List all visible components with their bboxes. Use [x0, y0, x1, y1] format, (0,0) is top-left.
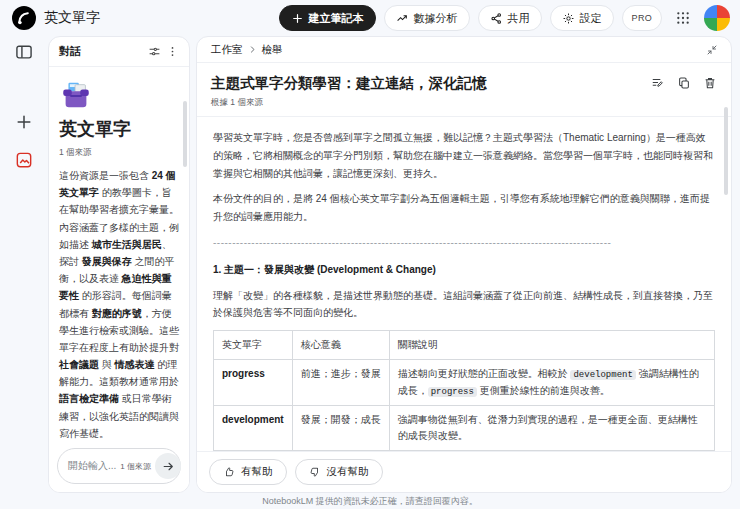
studio-panel: 工作室 檢舉 主題式單字分類學習：建立連結，深化記憶: [196, 36, 732, 493]
breadcrumb-studio[interactable]: 工作室: [211, 43, 243, 57]
paragraph: 學習英文單字時，您是否曾感到單字之間孤立無援，難以記憶？主題式學習法（Thema…: [213, 129, 715, 182]
col-header-word: 英文單字: [214, 331, 293, 360]
cell-note: 強調事物從無到有、從潛力到實現的過程，是一種更全面、更結構性的成長與改變。: [389, 405, 714, 450]
edit-note-icon[interactable]: [651, 76, 665, 90]
notebook-summary: 這份資源是一張包含 24 個英文單字 的教學圖卡，旨在幫助學習者擴充字彙量。內容…: [59, 167, 179, 442]
gear-icon: [562, 12, 575, 25]
chat-input-placeholder: 開始輸入...: [68, 459, 116, 473]
cell-meaning: 前進；進步；發展: [292, 360, 389, 406]
share-button[interactable]: 共用: [478, 5, 542, 31]
helpful-button[interactable]: 有幫助: [209, 459, 287, 485]
chat-menu-icon[interactable]: [163, 43, 181, 61]
chat-scroll-area[interactable]: 英文單字 1 個來源 這份資源是一張包含 24 個英文單字 的教學圖卡，旨在幫助…: [49, 67, 189, 442]
table-row: development 發展；開發；成長 強調事物從無到有、從潛力到實現的過程，…: [214, 405, 715, 450]
breadcrumb: 工作室 檢舉: [211, 43, 703, 57]
settings-button[interactable]: 設定: [550, 5, 614, 31]
cell-word: development: [214, 405, 293, 450]
cell-meaning: 發展；開發；成長: [292, 405, 389, 450]
top-bar: 英文單字 建立筆記本 數據分析 共用 設定 PRO: [0, 0, 740, 36]
create-notebook-button[interactable]: 建立筆記本: [279, 5, 376, 31]
vocab-table: 英文單字 核心意義 關聯說明 progress 前進；進步；發展 描述朝向更好狀…: [213, 330, 715, 451]
thumb-up-icon: [223, 466, 235, 478]
notebook-emoji-icon: [59, 79, 93, 113]
share-icon: [490, 12, 503, 25]
cell-word: progress: [214, 360, 293, 406]
chat-header-title: 對話: [59, 44, 145, 59]
plus-icon: [291, 12, 304, 25]
table-header-row: 英文單字 核心意義 關聯說明: [214, 331, 715, 360]
thumb-down-icon: [309, 466, 321, 478]
share-label: 共用: [508, 11, 530, 26]
chat-input-source-count: 1 個來源: [120, 461, 151, 472]
copy-note-icon[interactable]: [677, 76, 691, 90]
image-source-icon[interactable]: [14, 150, 34, 170]
chat-scrollbar[interactable]: [183, 101, 187, 167]
analytics-button[interactable]: 數據分析: [384, 5, 470, 31]
table-row: progress 前進；進步；發展 描述朝向更好狀態的正面改變。相較於 deve…: [214, 360, 715, 406]
left-rail: [0, 36, 48, 493]
disclaimer-footer: NotebookLM 提供的資訊未必正確，請查證回覆內容。: [0, 493, 740, 509]
arrow-right-icon: [162, 460, 175, 473]
note-scrollbar[interactable]: [724, 107, 728, 195]
paragraph: 理解「改變」的各種樣貌，是描述世界動態的基礎。這組詞彙涵蓋了從正向前進、結構性成…: [213, 287, 715, 323]
not-helpful-button[interactable]: 沒有幫助: [295, 459, 383, 485]
section-heading: 1. 主題一：發展與改變 (Development & Change): [213, 261, 715, 279]
studio-header: 工作室 檢舉: [197, 37, 731, 63]
note-title-bar: 主題式單字分類學習：建立連結，深化記憶 根據 1 個來源: [197, 63, 731, 117]
pro-badge: PRO: [622, 5, 662, 31]
chevron-right-icon: [248, 45, 257, 54]
chat-panel: 對話 英文單字 1 個來源 這份: [48, 36, 190, 493]
toggle-sidebar-icon[interactable]: [14, 42, 34, 62]
breadcrumb-current[interactable]: 檢舉: [262, 43, 283, 57]
feedback-bar: 有幫助 沒有幫助: [197, 451, 731, 492]
dashed-divider: ----------------------------------------…: [213, 234, 715, 252]
chat-input[interactable]: 開始輸入... 1 個來源: [57, 448, 181, 484]
disclaimer-text: NotebookLM 提供的資訊未必正確，請查證回覆內容。: [262, 495, 478, 508]
settings-label: 設定: [580, 11, 602, 26]
note-source-meta: 根據 1 個來源: [211, 97, 717, 109]
col-header-note: 關聯說明: [389, 331, 714, 360]
trending-up-icon: [396, 12, 409, 25]
google-apps-icon[interactable]: [670, 5, 696, 31]
send-button[interactable]: [155, 453, 181, 479]
not-helpful-label: 沒有幫助: [327, 465, 369, 479]
add-source-icon[interactable]: [14, 112, 34, 132]
note-content[interactable]: 學習英文單字時，您是否曾感到單字之間孤立無援，難以記憶？主題式學習法（Thema…: [197, 117, 731, 451]
col-header-meaning: 核心意義: [292, 331, 389, 360]
collapse-panel-icon[interactable]: [703, 41, 721, 59]
app-body: 對話 英文單字 1 個來源 這份: [0, 36, 740, 493]
cell-note: 描述朝向更好狀態的正面改變。相較於 development 強調結構性的成長，p…: [389, 360, 714, 406]
paragraph: 本份文件的目的，是將 24 個核心英文單字劃分為五個邏輯主題，引導您有系統地理解…: [213, 190, 715, 226]
notebook-title: 英文單字: [44, 9, 100, 27]
helpful-label: 有幫助: [241, 465, 273, 479]
create-notebook-label: 建立筆記本: [309, 11, 364, 26]
note-title: 主題式單字分類學習：建立連結，深化記憶: [211, 74, 651, 93]
analytics-label: 數據分析: [414, 11, 458, 26]
user-avatar[interactable]: [704, 5, 730, 31]
notebooklm-logo-icon: [12, 6, 36, 30]
delete-note-icon[interactable]: [703, 76, 717, 90]
notebook-card-title: 英文單字: [59, 117, 179, 141]
chat-settings-icon[interactable]: [145, 43, 163, 61]
chat-input-area: 開始輸入... 1 個來源: [49, 442, 189, 492]
notebook-source-count: 1 個來源: [59, 147, 179, 159]
chat-header: 對話: [49, 37, 189, 67]
